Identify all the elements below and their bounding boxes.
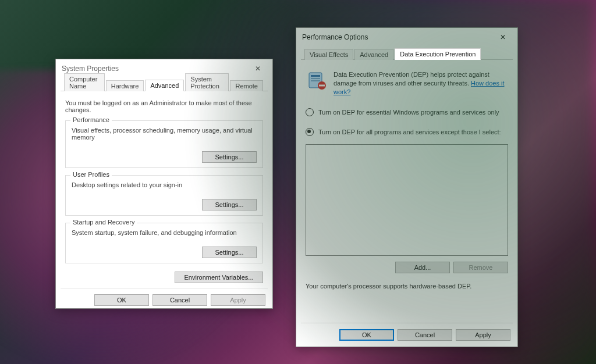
- radio-dep-essential[interactable]: Turn on DEP for essential Windows progra…: [306, 108, 508, 116]
- dialog1-footer: OK Cancel Apply: [56, 288, 272, 312]
- svg-rect-5: [319, 85, 325, 87]
- radio-dep-all-except-label: Turn on DEP for all programs and service…: [318, 129, 501, 135]
- radio-icon: [306, 108, 314, 116]
- tab-advanced[interactable]: Advanced: [354, 49, 393, 60]
- group-user-profiles-desc: Desktop settings related to your sign-in: [72, 181, 257, 188]
- tab-advanced[interactable]: Advanced: [145, 80, 184, 91]
- group-startup-recovery-desc: System startup, system failure, and debu…: [72, 229, 257, 236]
- titlebar[interactable]: Performance Options ✕: [296, 28, 517, 47]
- ok-button[interactable]: OK: [94, 294, 149, 306]
- svg-rect-2: [311, 78, 320, 79]
- group-performance-desc: Visual effects, processor scheduling, me…: [72, 127, 257, 141]
- radio-icon: [306, 128, 314, 136]
- add-button[interactable]: Add...: [395, 262, 450, 273]
- tab-visual-effects[interactable]: Visual Effects: [304, 49, 353, 60]
- environment-variables-button[interactable]: Environment Variables...: [175, 272, 263, 283]
- dep-icon: [306, 70, 329, 91]
- performance-settings-button[interactable]: Settings...: [202, 151, 257, 163]
- dep-description: Data Execution Prevention (DEP) helps pr…: [334, 70, 508, 97]
- group-startup-recovery-legend: Startup and Recovery: [70, 219, 137, 226]
- dep-exception-listbox[interactable]: [306, 144, 508, 256]
- tabstrip: Visual Effects Advanced Data Execution P…: [301, 47, 513, 60]
- group-startup-recovery: Startup and Recovery System startup, sys…: [65, 223, 263, 263]
- radio-dep-all-except[interactable]: Turn on DEP for all programs and service…: [306, 128, 508, 136]
- startup-recovery-settings-button[interactable]: Settings...: [202, 247, 257, 258]
- apply-button[interactable]: Apply: [211, 294, 265, 306]
- dep-description-text: Data Execution Prevention (DEP) helps pr…: [334, 71, 489, 87]
- dep-support-note: Your computer's processor supports hardw…: [306, 283, 508, 290]
- tab-content-dep: Data Execution Prevention (DEP) helps pr…: [296, 60, 517, 323]
- tab-content-advanced: You must be logged on as an Administrato…: [56, 91, 272, 288]
- group-performance-legend: Performance: [70, 116, 112, 123]
- radio-dep-essential-label: Turn on DEP for essential Windows progra…: [318, 109, 499, 116]
- tab-hardware[interactable]: Hardware: [106, 80, 144, 91]
- window-title: Performance Options: [302, 33, 368, 41]
- svg-rect-3: [311, 80, 320, 81]
- admin-note: You must be logged on as an Administrato…: [65, 99, 263, 113]
- group-user-profiles: User Profiles Desktop settings related t…: [65, 175, 263, 216]
- system-properties-dialog: System Properties ✕ Computer Name Hardwa…: [55, 59, 273, 309]
- tabstrip: Computer Name Hardware Advanced System P…: [61, 78, 268, 91]
- user-profiles-settings-button[interactable]: Settings...: [202, 199, 257, 210]
- cancel-button[interactable]: Cancel: [152, 294, 207, 306]
- remove-button[interactable]: Remove: [453, 262, 508, 273]
- apply-button[interactable]: Apply: [456, 329, 510, 341]
- performance-options-dialog: Performance Options ✕ Visual Effects Adv…: [296, 27, 518, 347]
- close-icon[interactable]: ✕: [248, 63, 268, 74]
- tab-computer-name[interactable]: Computer Name: [64, 73, 105, 91]
- group-user-profiles-legend: User Profiles: [70, 171, 112, 178]
- tab-remote[interactable]: Remote: [230, 80, 263, 91]
- tab-dep[interactable]: Data Execution Prevention: [395, 48, 481, 60]
- close-icon[interactable]: ✕: [493, 31, 513, 43]
- window-title: System Properties: [62, 65, 119, 73]
- group-performance: Performance Visual effects, processor sc…: [65, 120, 263, 168]
- svg-rect-1: [311, 75, 320, 77]
- ok-button[interactable]: OK: [339, 329, 394, 341]
- dialog2-footer: OK Cancel Apply: [296, 323, 517, 347]
- tab-system-protection[interactable]: System Protection: [185, 73, 229, 91]
- cancel-button[interactable]: Cancel: [398, 329, 452, 341]
